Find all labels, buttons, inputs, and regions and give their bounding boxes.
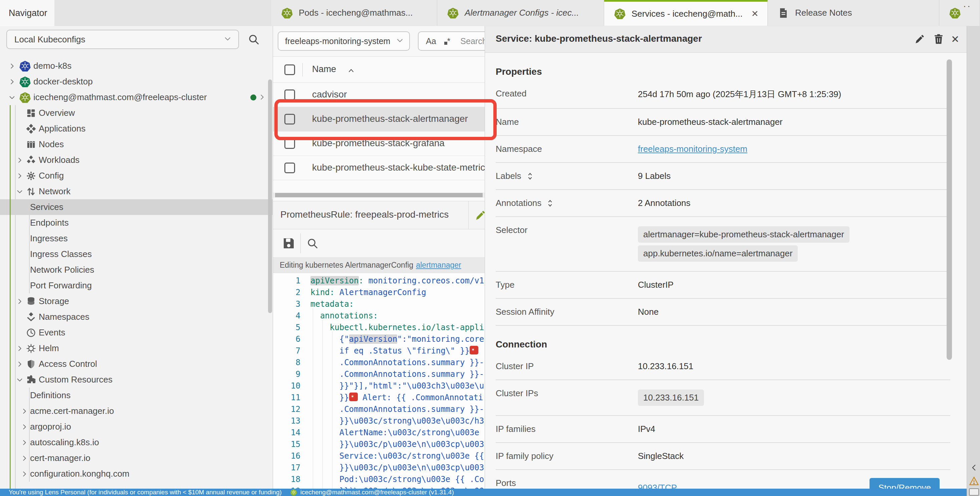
sidebar-item-network[interactable]: Network xyxy=(0,184,273,199)
search-icon[interactable] xyxy=(248,33,260,47)
editor-toolbar xyxy=(273,229,485,258)
sidebar-item-label: docker-desktop xyxy=(33,76,93,87)
sidebar-item-storage[interactable]: Storage xyxy=(0,293,273,309)
sidebar-item-autoscaling-k8s-io[interactable]: autoscaling.k8s.io xyxy=(0,435,273,450)
edit-pencil-icon[interactable] xyxy=(475,209,485,223)
sidebar-item-services[interactable]: Services xyxy=(0,199,273,215)
namespace-select[interactable]: freeleaps-monitoring-system xyxy=(278,31,410,51)
regex-icon[interactable]: * xyxy=(444,37,450,46)
chevron-right-icon[interactable] xyxy=(16,157,23,164)
editor-breadcrumb-link[interactable]: alertmanager xyxy=(416,261,461,270)
sidebar-item-network-policies[interactable]: Network Policies xyxy=(0,262,273,278)
match-case-icon[interactable]: Aa xyxy=(426,37,436,46)
table-row-cadvisor[interactable]: cadvisor xyxy=(273,83,485,107)
sidebar-item-events[interactable]: Events xyxy=(0,325,273,340)
sidebar-item-configuration-konghq-com[interactable]: configuration.konghq.com xyxy=(0,466,273,482)
line-number: 13 xyxy=(273,415,301,427)
editor-search-icon[interactable] xyxy=(306,237,318,251)
sidebar-item-overview[interactable]: Overview xyxy=(0,105,273,121)
tab-release[interactable]: Release Notes xyxy=(768,0,939,26)
yaml-editor[interactable]: 1apiVersion: monitoring.coreos.com/v12ki… xyxy=(273,273,485,489)
sort-toggle-icon[interactable] xyxy=(526,172,534,180)
tab-pods[interactable]: Pods - icecheng@mathmas... xyxy=(271,0,437,26)
active-cluster-status[interactable]: icecheng@mathmast.com@freeleaps-cluster … xyxy=(301,489,454,496)
sidebar-item-namespaces[interactable]: Namespaces xyxy=(0,309,273,325)
row-checkbox[interactable] xyxy=(285,162,295,173)
search-input[interactable]: Aa * Search xyxy=(418,31,485,51)
sidebar-item-ingresses[interactable]: Ingresses xyxy=(0,231,273,246)
sidebar-item-access-control[interactable]: Access Control xyxy=(0,356,273,372)
sidebar-item-nodes[interactable]: Nodes xyxy=(0,137,273,152)
sidebar-item-cert-manager-io[interactable]: cert-manager.io xyxy=(0,450,273,466)
row-checkbox[interactable] xyxy=(285,114,295,124)
tab-alertmanager[interactable]: Alertmanager Configs - icec... xyxy=(437,0,604,26)
property-label: Selector xyxy=(496,225,527,235)
chevron-right-icon[interactable] xyxy=(21,439,28,446)
chevron-right-icon[interactable] xyxy=(16,298,23,305)
chevron-right-icon[interactable] xyxy=(8,78,16,86)
column-header-name[interactable]: Name xyxy=(312,64,336,75)
warning-triangle-icon[interactable] xyxy=(969,476,979,487)
sidebar-item-custom-resources[interactable]: Custom Resources xyxy=(0,372,273,388)
sidebar-item-argoproj-io[interactable]: argoproj.io xyxy=(0,419,273,435)
close-icon[interactable]: ✕ xyxy=(951,33,959,45)
chevron-right-icon[interactable] xyxy=(8,62,16,70)
code-line: 13 }}\u003c/strong\u003e\u003c/h3 xyxy=(273,415,485,427)
sidebar-item-acme-cert-manager-io[interactable]: acme.cert-manager.io xyxy=(0,403,273,419)
sidebar-item-demo-k8s[interactable]: demo-k8s xyxy=(0,58,273,74)
save-icon[interactable] xyxy=(282,237,295,251)
table-row-kube-prometheus-stack-alertmanager[interactable]: kube-prometheus-stack-alertmanager xyxy=(273,107,485,132)
chevron-right-icon[interactable] xyxy=(16,172,23,180)
chevron-right-icon[interactable] xyxy=(21,423,28,431)
delete-trash-icon[interactable] xyxy=(933,33,944,46)
chevron-right-icon[interactable] xyxy=(258,94,266,101)
property-label: Labels xyxy=(496,171,521,181)
sidebar-item-docker-desktop[interactable]: docker-desktop xyxy=(0,74,273,89)
row-checkbox[interactable] xyxy=(285,138,295,149)
sidebar-item-endpoints[interactable]: Endpoints xyxy=(0,215,273,231)
code-line: 16 Service:\u003c/strong\u003e {{ xyxy=(273,450,485,462)
navigator-tab[interactable]: Navigator xyxy=(0,0,54,26)
sidebar-item-label: Definitions xyxy=(30,390,70,401)
tab-overflow-icon[interactable]: ·· xyxy=(963,1,971,11)
edit-pencil-icon[interactable] xyxy=(914,33,926,46)
horizontal-scrollbar[interactable] xyxy=(273,192,485,197)
close-icon[interactable]: ✕ xyxy=(751,9,759,19)
right-edge-strip xyxy=(967,26,980,496)
row-checkbox[interactable] xyxy=(285,89,295,100)
sidebar-item-ingress-classes[interactable]: Ingress Classes xyxy=(0,246,273,262)
select-all-checkbox[interactable] xyxy=(285,64,295,75)
property-row-labels: Labels9 Labels xyxy=(496,163,950,190)
chevron-right-icon[interactable] xyxy=(21,470,28,478)
chevron-right-icon[interactable] xyxy=(16,345,23,352)
sidebar-item-definitions[interactable]: Definitions xyxy=(0,388,273,403)
table-row-kube-prometheus-stack-grafana[interactable]: kube-prometheus-stack-grafana xyxy=(273,132,485,156)
stop-remove-button[interactable]: Stop/Remove xyxy=(870,478,940,489)
namespace-link[interactable]: freeleaps-monitoring-system xyxy=(638,144,747,154)
sidebar-item-helm[interactable]: Helm xyxy=(0,340,273,356)
chevron-right-icon[interactable] xyxy=(16,361,23,368)
chevron-right-icon[interactable] xyxy=(21,455,28,462)
sidebar-item-workloads[interactable]: Workloads xyxy=(0,152,273,168)
collapse-chevron-icon[interactable] xyxy=(970,463,978,473)
table-row-kube-prometheus-stack-kube-state-metrics[interactable]: kube-prometheus-stack-kube-state-metrics xyxy=(273,156,485,180)
horizontal-scrollbar-thumb[interactable] xyxy=(275,193,483,197)
sidebar-item-label: Custom Resources xyxy=(39,375,113,385)
sidebar-item-icecheng-mathmast-com-freeleaps-cluster[interactable]: icecheng@mathmast.com@freeleaps-cluster xyxy=(0,89,273,105)
sidebar-item-config[interactable]: Config xyxy=(0,168,273,184)
chevron-down-icon[interactable] xyxy=(16,376,23,383)
sort-toggle-icon[interactable] xyxy=(546,199,554,207)
sidebar-item-applications[interactable]: Applications xyxy=(0,121,273,137)
sidebar-scrollbar[interactable] xyxy=(268,79,272,313)
port-link[interactable]: 9093/TCP xyxy=(638,483,677,489)
tab-partial[interactable] xyxy=(939,0,980,26)
sidebar-item-label: Helm xyxy=(39,343,59,353)
drawer-scrollbar[interactable] xyxy=(947,59,952,360)
tab-services[interactable]: Services - icecheng@math...✕ xyxy=(604,0,768,26)
kubeconfig-select[interactable]: Local Kubeconfigs xyxy=(6,30,239,49)
chevron-down-icon[interactable] xyxy=(16,188,23,195)
sort-asc-icon[interactable] xyxy=(347,67,355,76)
chevron-right-icon[interactable] xyxy=(21,407,28,415)
chevron-down-icon[interactable] xyxy=(8,94,16,101)
sidebar-item-port-forwarding[interactable]: Port Forwarding xyxy=(0,278,273,293)
